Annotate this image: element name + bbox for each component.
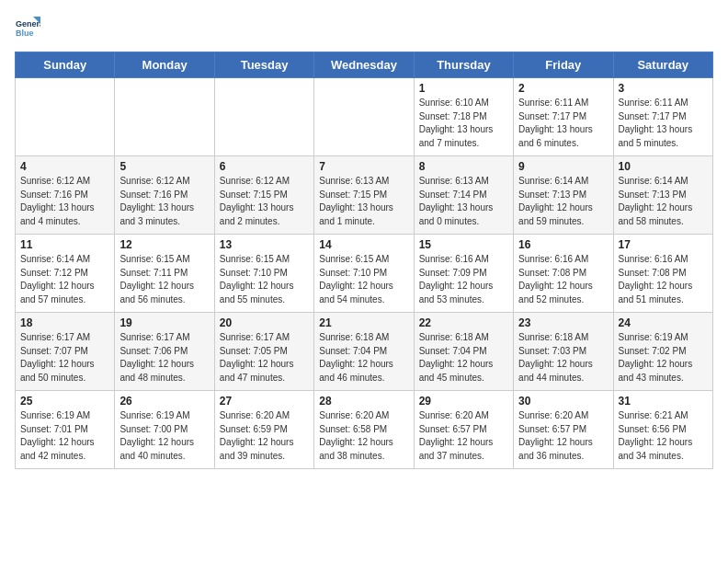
calendar-body: 1Sunrise: 6:10 AM Sunset: 7:18 PM Daylig…	[16, 78, 713, 469]
calendar-cell: 30Sunrise: 6:20 AM Sunset: 6:57 PM Dayli…	[514, 391, 613, 469]
day-number: 6	[220, 160, 309, 173]
calendar-week-1: 1Sunrise: 6:10 AM Sunset: 7:18 PM Daylig…	[16, 78, 713, 156]
day-info: Sunrise: 6:18 AM Sunset: 7:04 PM Dayligh…	[419, 331, 508, 385]
day-number: 1	[419, 82, 508, 95]
weekday-header-sunday: Sunday	[16, 52, 115, 78]
day-number: 25	[20, 395, 109, 408]
weekday-header-row: SundayMondayTuesdayWednesdayThursdayFrid…	[16, 52, 713, 78]
calendar-table: SundayMondayTuesdayWednesdayThursdayFrid…	[15, 52, 713, 469]
day-number: 3	[619, 82, 708, 95]
day-number: 5	[119, 160, 209, 173]
calendar-cell: 9Sunrise: 6:14 AM Sunset: 7:13 PM Daylig…	[514, 156, 613, 235]
day-number: 23	[518, 316, 608, 329]
day-number: 28	[319, 395, 408, 408]
weekday-header-friday: Friday	[514, 52, 613, 78]
day-info: Sunrise: 6:14 AM Sunset: 7:13 PM Dayligh…	[619, 175, 708, 228]
calendar-cell: 1Sunrise: 6:10 AM Sunset: 7:18 PM Daylig…	[414, 78, 513, 156]
weekday-header-monday: Monday	[115, 52, 214, 78]
day-info: Sunrise: 6:19 AM Sunset: 7:02 PM Dayligh…	[619, 331, 708, 385]
logo: General Blue	[15, 15, 44, 40]
day-info: Sunrise: 6:14 AM Sunset: 7:12 PM Dayligh…	[20, 253, 109, 306]
calendar-cell: 18Sunrise: 6:17 AM Sunset: 7:07 PM Dayli…	[16, 313, 115, 391]
logo-icon: General Blue	[15, 15, 40, 40]
calendar-cell: 22Sunrise: 6:18 AM Sunset: 7:04 PM Dayli…	[414, 313, 513, 391]
day-info: Sunrise: 6:19 AM Sunset: 7:00 PM Dayligh…	[119, 409, 209, 463]
day-info: Sunrise: 6:11 AM Sunset: 7:17 PM Dayligh…	[619, 97, 708, 150]
day-number: 22	[419, 316, 508, 329]
day-info: Sunrise: 6:17 AM Sunset: 7:07 PM Dayligh…	[20, 331, 109, 385]
day-number: 13	[220, 238, 309, 251]
calendar-cell: 28Sunrise: 6:20 AM Sunset: 6:58 PM Dayli…	[314, 391, 414, 469]
calendar-cell: 4Sunrise: 6:12 AM Sunset: 7:16 PM Daylig…	[16, 156, 115, 235]
day-info: Sunrise: 6:12 AM Sunset: 7:15 PM Dayligh…	[220, 175, 309, 228]
calendar-cell: 26Sunrise: 6:19 AM Sunset: 7:00 PM Dayli…	[115, 391, 214, 469]
calendar-cell: 6Sunrise: 6:12 AM Sunset: 7:15 PM Daylig…	[214, 156, 313, 235]
day-info: Sunrise: 6:20 AM Sunset: 6:58 PM Dayligh…	[319, 409, 408, 463]
weekday-header-wednesday: Wednesday	[314, 52, 414, 78]
day-number: 20	[220, 316, 309, 329]
day-number: 10	[619, 160, 708, 173]
day-info: Sunrise: 6:13 AM Sunset: 7:15 PM Dayligh…	[319, 175, 408, 228]
day-number: 24	[619, 316, 708, 329]
day-info: Sunrise: 6:20 AM Sunset: 6:57 PM Dayligh…	[518, 409, 608, 463]
day-number: 16	[518, 238, 608, 251]
header: General Blue	[15, 15, 713, 40]
day-info: Sunrise: 6:15 AM Sunset: 7:10 PM Dayligh…	[220, 253, 309, 306]
calendar-cell: 29Sunrise: 6:20 AM Sunset: 6:57 PM Dayli…	[414, 391, 513, 469]
day-info: Sunrise: 6:16 AM Sunset: 7:09 PM Dayligh…	[419, 253, 508, 306]
day-info: Sunrise: 6:17 AM Sunset: 7:05 PM Dayligh…	[220, 331, 309, 385]
calendar-cell: 15Sunrise: 6:16 AM Sunset: 7:09 PM Dayli…	[414, 235, 513, 313]
day-number: 17	[619, 238, 708, 251]
calendar-cell: 25Sunrise: 6:19 AM Sunset: 7:01 PM Dayli…	[16, 391, 115, 469]
weekday-header-tuesday: Tuesday	[214, 52, 313, 78]
day-info: Sunrise: 6:18 AM Sunset: 7:04 PM Dayligh…	[319, 331, 408, 385]
svg-text:General: General	[16, 19, 40, 29]
day-info: Sunrise: 6:20 AM Sunset: 6:59 PM Dayligh…	[220, 409, 309, 463]
day-number: 9	[518, 160, 608, 173]
day-number: 29	[419, 395, 508, 408]
day-number: 14	[319, 238, 408, 251]
calendar-cell: 13Sunrise: 6:15 AM Sunset: 7:10 PM Dayli…	[214, 235, 313, 313]
day-number: 31	[619, 395, 708, 408]
day-info: Sunrise: 6:20 AM Sunset: 6:57 PM Dayligh…	[419, 409, 508, 463]
day-number: 7	[319, 160, 408, 173]
day-number: 8	[419, 160, 508, 173]
day-info: Sunrise: 6:10 AM Sunset: 7:18 PM Dayligh…	[419, 97, 508, 150]
calendar-week-2: 4Sunrise: 6:12 AM Sunset: 7:16 PM Daylig…	[16, 156, 713, 235]
day-info: Sunrise: 6:19 AM Sunset: 7:01 PM Dayligh…	[20, 409, 109, 463]
calendar-cell: 21Sunrise: 6:18 AM Sunset: 7:04 PM Dayli…	[314, 313, 414, 391]
day-number: 4	[20, 160, 109, 173]
calendar-cell: 14Sunrise: 6:15 AM Sunset: 7:10 PM Dayli…	[314, 235, 414, 313]
calendar-cell: 24Sunrise: 6:19 AM Sunset: 7:02 PM Dayli…	[613, 313, 712, 391]
day-info: Sunrise: 6:11 AM Sunset: 7:17 PM Dayligh…	[518, 97, 608, 150]
calendar-cell: 19Sunrise: 6:17 AM Sunset: 7:06 PM Dayli…	[115, 313, 214, 391]
calendar-cell: 8Sunrise: 6:13 AM Sunset: 7:14 PM Daylig…	[414, 156, 513, 235]
calendar-cell: 5Sunrise: 6:12 AM Sunset: 7:16 PM Daylig…	[115, 156, 214, 235]
day-number: 19	[119, 316, 209, 329]
day-number: 15	[419, 238, 508, 251]
day-number: 21	[319, 316, 408, 329]
calendar-cell	[214, 78, 313, 156]
day-number: 2	[518, 82, 608, 95]
day-info: Sunrise: 6:18 AM Sunset: 7:03 PM Dayligh…	[518, 331, 608, 385]
calendar-cell	[16, 78, 115, 156]
calendar-cell: 17Sunrise: 6:16 AM Sunset: 7:08 PM Dayli…	[613, 235, 712, 313]
day-info: Sunrise: 6:15 AM Sunset: 7:11 PM Dayligh…	[119, 253, 209, 306]
calendar-cell: 2Sunrise: 6:11 AM Sunset: 7:17 PM Daylig…	[514, 78, 613, 156]
calendar-week-5: 25Sunrise: 6:19 AM Sunset: 7:01 PM Dayli…	[16, 391, 713, 469]
calendar-cell: 7Sunrise: 6:13 AM Sunset: 7:15 PM Daylig…	[314, 156, 414, 235]
day-number: 18	[20, 316, 109, 329]
calendar-cell: 10Sunrise: 6:14 AM Sunset: 7:13 PM Dayli…	[613, 156, 712, 235]
day-info: Sunrise: 6:14 AM Sunset: 7:13 PM Dayligh…	[518, 175, 608, 228]
day-number: 26	[119, 395, 209, 408]
calendar-cell: 27Sunrise: 6:20 AM Sunset: 6:59 PM Dayli…	[214, 391, 313, 469]
day-number: 11	[20, 238, 109, 251]
calendar-cell: 23Sunrise: 6:18 AM Sunset: 7:03 PM Dayli…	[514, 313, 613, 391]
calendar-cell: 16Sunrise: 6:16 AM Sunset: 7:08 PM Dayli…	[514, 235, 613, 313]
calendar-week-3: 11Sunrise: 6:14 AM Sunset: 7:12 PM Dayli…	[16, 235, 713, 313]
day-info: Sunrise: 6:12 AM Sunset: 7:16 PM Dayligh…	[119, 175, 209, 228]
day-info: Sunrise: 6:12 AM Sunset: 7:16 PM Dayligh…	[20, 175, 109, 228]
calendar-cell	[115, 78, 214, 156]
calendar-cell: 3Sunrise: 6:11 AM Sunset: 7:17 PM Daylig…	[613, 78, 712, 156]
day-number: 30	[518, 395, 608, 408]
